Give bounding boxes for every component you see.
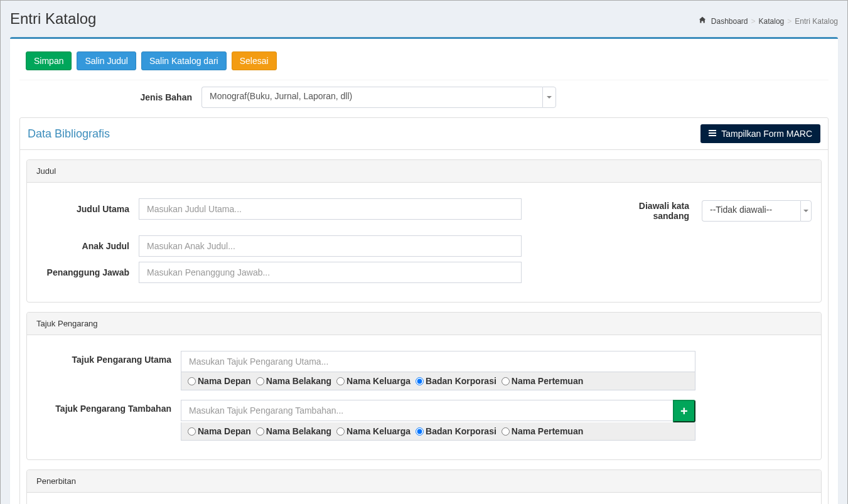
- tajuk-tambahan-input[interactable]: [181, 400, 673, 421]
- diawali-label: Diawali kata sandang: [601, 201, 695, 221]
- breadcrumb-sep: >: [748, 17, 759, 26]
- panel-penerbitan-heading: Penerbitan: [27, 470, 821, 493]
- show-marc-form-button[interactable]: Tampilkan Form MARC: [700, 124, 820, 143]
- jenis-bahan-select[interactable]: Monograf(Buku, Jurnal, Laporan, dll): [201, 87, 556, 108]
- breadcrumb-sep: >: [784, 17, 795, 26]
- tajuk-tambahan-radio-row: Nama Depan Nama Belakang Nama Keluarga B…: [181, 422, 695, 441]
- penanggung-jawab-input[interactable]: [139, 262, 522, 283]
- breadcrumb: Dashboard > Katalog > Entri Katalog: [699, 16, 838, 26]
- panel-tajuk-heading: Tajuk Pengarang: [27, 313, 821, 335]
- panel-penerbitan: Penerbitan Tempat terbit: [26, 469, 822, 504]
- radio-nama-belakang[interactable]: Nama Belakang: [256, 376, 331, 386]
- action-row: Simpan Salin Judul Salin Katalog dari Se…: [19, 45, 829, 80]
- tab-data-bibliografis[interactable]: Data Bibliografis: [28, 127, 110, 141]
- panel-tajuk-pengarang: Tajuk Pengarang Tajuk Pengarang Utama Na…: [26, 312, 822, 460]
- anak-judul-label: Anak Judul: [36, 241, 139, 251]
- chevron-down-icon: [542, 87, 556, 108]
- jenis-bahan-value: Monograf(Buku, Jurnal, Laporan, dll): [201, 87, 542, 108]
- diawali-select[interactable]: --Tidak diawali--: [702, 200, 812, 222]
- jenis-bahan-label: Jenis Bahan: [19, 92, 201, 102]
- panel-judul-heading: Judul: [27, 160, 821, 183]
- radio-nama-pertemuan[interactable]: Nama Pertemuan: [502, 426, 583, 436]
- svg-rect-0: [709, 130, 716, 131]
- breadcrumb-current: Entri Katalog: [795, 17, 838, 26]
- list-icon: [709, 129, 719, 139]
- radio-nama-keluarga[interactable]: Nama Keluarga: [336, 376, 411, 386]
- radio-nama-belakang[interactable]: Nama Belakang: [256, 426, 331, 436]
- copy-catalog-from-button[interactable]: Salin Katalog dari: [141, 51, 227, 70]
- diawali-value: --Tidak diawali--: [702, 200, 800, 222]
- breadcrumb-katalog[interactable]: Katalog: [759, 17, 785, 26]
- radio-nama-pertemuan[interactable]: Nama Pertemuan: [502, 376, 583, 386]
- plus-icon: +: [680, 404, 688, 419]
- chevron-down-icon: [800, 200, 812, 222]
- panel-judul: Judul Judul Utama: [26, 159, 822, 303]
- save-button[interactable]: Simpan: [26, 51, 72, 70]
- radio-nama-keluarga[interactable]: Nama Keluarga: [336, 426, 411, 436]
- radio-badan-korporasi[interactable]: Badan Korporasi: [416, 426, 496, 436]
- breadcrumb-dashboard[interactable]: Dashboard: [699, 16, 748, 26]
- show-marc-form-label: Tampilkan Form MARC: [721, 129, 812, 139]
- tajuk-utama-label: Tajuk Pengarang Utama: [36, 351, 181, 365]
- copy-title-button[interactable]: Salin Judul: [77, 51, 136, 70]
- add-tajuk-tambahan-button[interactable]: +: [673, 400, 695, 422]
- radio-badan-korporasi[interactable]: Badan Korporasi: [416, 376, 496, 386]
- page-title: Entri Katalog: [10, 10, 96, 28]
- anak-judul-input[interactable]: [139, 235, 522, 257]
- judul-utama-label: Judul Utama: [36, 204, 139, 214]
- home-icon: [699, 17, 708, 26]
- radio-nama-depan[interactable]: Nama Depan: [188, 376, 251, 386]
- radio-nama-depan[interactable]: Nama Depan: [188, 426, 251, 436]
- svg-rect-1: [709, 132, 716, 134]
- tajuk-utama-input[interactable]: [181, 351, 695, 372]
- done-button[interactable]: Selesai: [232, 51, 277, 70]
- penanggung-jawab-label: Penanggung Jawab: [36, 267, 139, 277]
- judul-utama-input[interactable]: [139, 198, 522, 220]
- svg-rect-2: [709, 135, 716, 136]
- tajuk-utama-radio-row: Nama Depan Nama Belakang Nama Keluarga B…: [181, 372, 695, 390]
- tajuk-tambahan-label: Tajuk Pengarang Tambahan: [36, 400, 181, 414]
- breadcrumb-dashboard-label: Dashboard: [711, 17, 748, 26]
